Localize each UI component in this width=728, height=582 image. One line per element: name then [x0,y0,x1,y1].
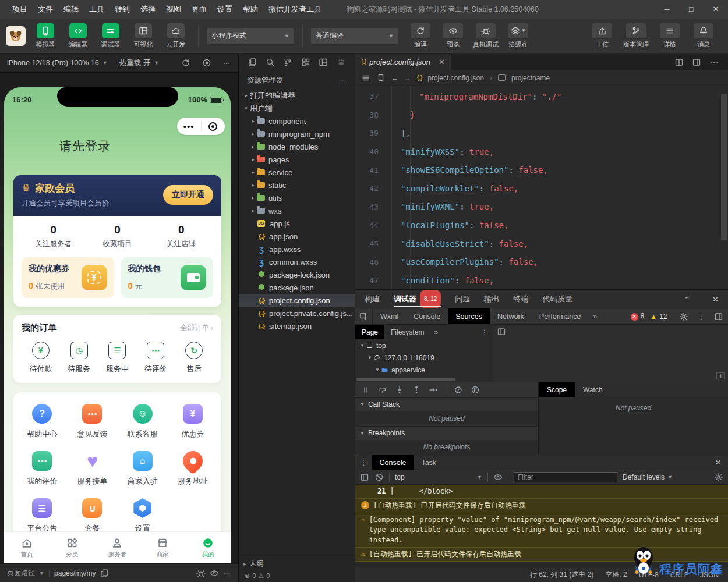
copy-path-icon[interactable] [100,569,109,578]
tree-item[interactable]: JSapp.js [239,217,355,230]
appmode-select[interactable]: 小程序模式▼ [207,28,294,44]
console-settings-icon[interactable] [714,473,723,482]
order-status-item[interactable]: ↻售后 [175,342,213,374]
tab-filesystem[interactable]: Filesystem [384,325,430,339]
panel-tab-输出[interactable]: 输出 [484,290,499,308]
order-status-item[interactable]: ☰服务中 [98,342,137,374]
tree-item[interactable]: {..}project.private.config.js... [239,307,355,320]
coupon-card[interactable]: 我的优惠券0张未使用¥ [22,257,114,298]
explorer-more-icon[interactable]: ⋯ [339,76,347,85]
tree-item[interactable]: ▸component [239,115,355,127]
search-icon[interactable] [266,58,275,67]
devtools-overflow-icon[interactable]: » [588,308,602,324]
toolbar-right-button[interactable]: 版本管理 [622,23,650,49]
devtools-tab-network[interactable]: Network [490,308,532,324]
panel-tab-问题[interactable]: 问题 [455,290,470,308]
menu-item[interactable]: 帮助 [238,0,263,19]
sources-tree-item[interactable]: ▼appservice [355,364,493,376]
console-sidebar-icon[interactable] [360,473,369,482]
compile-select[interactable]: 普通编译▼ [311,28,398,44]
tree-item[interactable]: Ʒapp.wxss [239,243,355,255]
panel-tab-调试器[interactable]: 调试器8, 12 [394,290,441,308]
menu-item[interactable]: 项目 [7,0,33,19]
panel-tab-终端[interactable]: 终端 [513,290,528,308]
action-button[interactable]: 编译 [407,23,434,49]
grid-item[interactable]: ∪套餐 [67,498,117,534]
levels-select[interactable]: Default levels▼ [623,473,673,481]
phone-tab-cate[interactable]: 分类 [50,532,95,563]
plugin-paw-icon[interactable] [337,58,346,67]
deactivate-breakpoints-icon[interactable] [454,385,463,395]
console-prompt[interactable]: › [355,562,728,567]
tree-item[interactable]: ▸miniprogram_npm [239,127,355,140]
menu-item[interactable]: 文件 [33,0,58,19]
menu-item[interactable]: 视图 [161,0,186,19]
tree-item[interactable]: ▸node_modules [239,140,355,153]
breadcrumb-file[interactable]: project.config.json [427,74,484,82]
show-navigator-icon[interactable] [497,327,506,336]
menu-item[interactable]: 编辑 [58,0,84,19]
sources-tree-item[interactable]: ▼top [355,339,493,352]
tree-item[interactable]: ▸wxs [239,204,355,217]
tree-item[interactable]: {..}project.config.json [239,294,355,307]
editor-scrollbar[interactable] [721,94,727,240]
devtools-tab-sources[interactable]: Sources [448,308,490,324]
phone-tab-person[interactable]: 服务者 [95,532,140,563]
sim-record-icon[interactable] [202,58,211,68]
tree-item[interactable]: ▸打开的编辑器 [239,89,355,102]
drawer-tab-task[interactable]: Task [414,455,444,470]
toolbar-right-button[interactable]: 上传 [588,23,616,49]
status-item[interactable]: JSON [700,571,719,579]
grid-item[interactable]: 设置 [118,498,168,534]
status-item[interactable]: CRLF [670,571,688,579]
grid-item[interactable]: ⋯我的评价 [17,451,67,487]
callstack-header[interactable]: ▼Call Stack [355,397,538,411]
context-select[interactable]: top▼ [395,473,482,481]
stat-item[interactable]: 0关注服务者 [22,223,86,249]
close-panel-icon[interactable]: ✕ [712,295,719,304]
devtools-problem-counts[interactable]: ✕8 ▲12 [631,308,674,324]
action-button[interactable]: 预览 [439,23,467,49]
drawer-close-icon[interactable]: ✕ [708,455,728,470]
user-avatar[interactable] [6,26,26,46]
clear-console-icon[interactable] [374,473,384,482]
grid-item[interactable]: ☰平台公告 [17,498,67,534]
phone-tab-shop[interactable]: 商家 [140,532,185,563]
pathbar-more-icon[interactable]: ⋯ [223,569,231,577]
mode-button[interactable]: 编辑器 [64,23,92,49]
tree-item[interactable]: ▸service [239,166,355,179]
tree-item[interactable]: package.json [239,281,355,294]
collapse-panel-icon[interactable]: ⌃ [684,295,690,304]
inspect-element-icon[interactable] [355,308,373,324]
bookmark-icon[interactable] [376,73,386,83]
menu-item[interactable]: 微信开发者工具 [263,0,327,19]
menu-item[interactable]: 界面 [186,0,212,19]
source-control-icon[interactable] [283,58,292,67]
phone-tab-home[interactable]: 首页 [4,532,50,563]
pretty-print-icon[interactable]: ⇟ [716,372,725,379]
tree-item[interactable]: {..}sitemap.json [239,320,355,332]
mode-button[interactable]: 调试器 [97,23,125,49]
extensions-icon[interactable] [301,58,310,67]
sources-tree-item[interactable]: ▼127.0.0.1:16019 [355,352,493,364]
grid-item[interactable]: ?帮助中心 [17,404,67,439]
minimize-button[interactable]: ─ [655,0,679,19]
tree-item[interactable]: {..}app.json [239,230,355,243]
toolbar-right-button[interactable]: 详情 [656,23,684,49]
menu-item[interactable]: 选择 [135,0,161,19]
drawer-tab-console[interactable]: Console [372,455,414,470]
grid-item[interactable]: ⌂商家入驻 [118,451,168,487]
editor-tab-project-config[interactable]: {..} project.config.json ✕ [355,54,451,70]
devtools-tab-console[interactable]: Console [406,308,448,324]
wechat-capsule[interactable]: ••• [177,118,225,135]
stat-item[interactable]: 0关注店铺 [149,223,213,249]
pause-icon[interactable] [361,385,370,395]
sim-more-icon[interactable]: ⋯ [223,59,232,68]
forward-icon[interactable]: → [404,74,411,82]
hot-reload-toggle[interactable]: 热重载 开 [119,58,150,68]
grid-item[interactable]: ☺联系客服 [118,404,168,439]
drawer-menu-icon[interactable]: ⋮ [355,455,372,470]
editor-layout-icon[interactable] [692,58,701,67]
tab-watch[interactable]: Watch [575,382,611,397]
editor-more-icon[interactable]: ⋯ [709,56,720,68]
